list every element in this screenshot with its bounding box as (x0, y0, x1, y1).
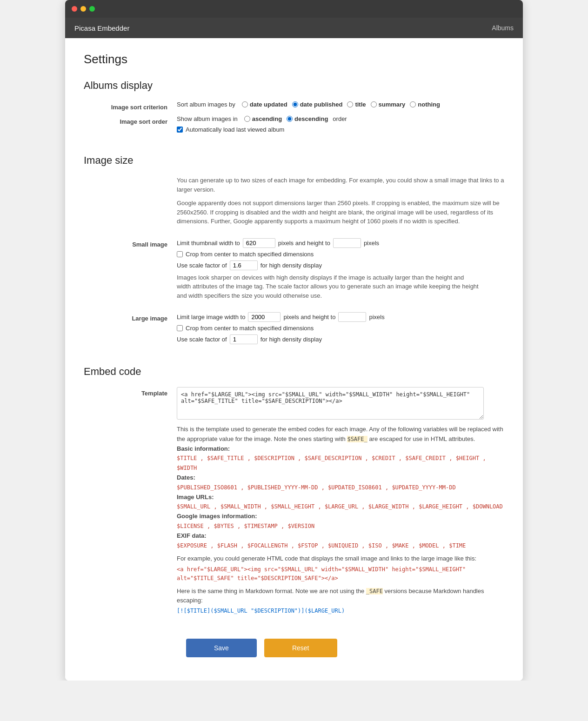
small-height-input[interactable] (333, 238, 361, 248)
sort-date-updated-option[interactable]: date updated (242, 101, 287, 108)
embed-code-form: Template <a href="$LARGE_URL"><img src="… (84, 387, 504, 625)
albums-display-form: Image sort criterion Sort album images b… (84, 101, 504, 140)
embed-code-title: Embed code (84, 366, 504, 378)
template-textarea[interactable]: <a href="$LARGE_URL"><img src="$SMALL_UR… (177, 387, 484, 420)
large-width-prefix: Limit large image width to (177, 314, 245, 320)
sort-ascending-radio[interactable] (244, 116, 250, 122)
sort-by-label: Sort album images by (177, 101, 235, 108)
save-button[interactable]: Save (186, 639, 257, 657)
albums-nav-link[interactable]: Albums (492, 24, 514, 32)
large-scale-input[interactable] (230, 334, 258, 344)
large-height-suffix: pixels (369, 314, 384, 320)
small-crop-checkbox[interactable] (177, 251, 183, 257)
sort-summary-option[interactable]: summary (371, 101, 406, 108)
sort-title-option[interactable]: title (347, 101, 366, 108)
example-html: <a href="$LARGE_URL"><img src="$SMALL_UR… (177, 565, 504, 583)
basic-info-vars: $TITLE , $SAFE_TITLE , $DESCRIPTION , $S… (177, 455, 486, 471)
sort-title-radio[interactable] (347, 101, 353, 107)
sort-nothing-label: nothing (418, 101, 440, 108)
sort-descending-label: descending (294, 115, 328, 122)
large-image-label: Large image (84, 312, 177, 352)
basic-info-section: Basic information: $TITLE , $SAFE_TITLE … (177, 444, 504, 473)
google-vars: $LICENSE , $BYTES , $TIMESTAMP , $VERSIO… (177, 523, 314, 529)
auto-load-row: Automatically load last viewed album (177, 126, 504, 133)
example-text: For example, you could generate HTML cod… (177, 554, 504, 563)
large-width-input[interactable] (248, 312, 281, 322)
exif-section: EXIF data: $EXPOSURE , $FLASH , $FOCALLE… (177, 531, 504, 551)
sort-order-group: Show album images in ascending descendin… (177, 115, 504, 122)
markdown-code: [![$TITLE]($SMALL_URL "$DESCRIPTION")]($… (177, 607, 504, 615)
markdown-highlight: _SAFE (366, 588, 383, 594)
close-button[interactable] (72, 6, 77, 12)
markdown-text: Here is the same thing in Markdown forma… (177, 587, 504, 605)
small-width-input[interactable] (243, 238, 275, 248)
albums-display-section: Albums display Image sort criterion Sort… (84, 80, 504, 140)
sort-title-label: title (355, 101, 366, 108)
small-scale-row: Use scale factor of for high density dis… (177, 260, 322, 270)
embed-info: This is the template used to generate th… (177, 425, 504, 615)
small-scale-suffix: for high density display (261, 262, 322, 269)
dates-vars: $PUBLISHED_ISO8601 , $PUBLISHED_YYYY-MM-… (177, 484, 456, 491)
navbar: Picasa Embedder Albums (65, 18, 523, 38)
image-size-info2: Google apparently does not support dimen… (177, 199, 504, 226)
image-size-info1: You can generate up to two sizes of each… (177, 176, 504, 194)
large-crop-row: Crop from center to match specified dime… (177, 325, 504, 332)
large-image-controls: Limit large image width to pixels and he… (177, 312, 504, 352)
sort-order-suffix: order (333, 115, 347, 122)
sort-order-controls: Show album images in ascending descendin… (177, 115, 504, 140)
small-scale-info: Images look sharper on devices with high… (177, 273, 479, 300)
image-urls-section: Image URLs: $SMALL_URL , $SMALL_WIDTH , … (177, 493, 504, 512)
sort-date-updated-radio[interactable] (242, 101, 248, 107)
image-size-title: Image size (84, 154, 504, 167)
large-image-row: Large image Limit large image width to p… (84, 312, 504, 352)
info-row-1: You can generate up to two sizes of each… (84, 176, 504, 238)
large-height-input[interactable] (338, 312, 366, 322)
sort-order-prefix: Show album images in (177, 115, 238, 122)
sort-criterion-label: Image sort criterion (84, 101, 177, 115)
small-scale-input[interactable] (230, 260, 258, 270)
auto-load-checkbox[interactable] (177, 127, 183, 133)
reset-button[interactable]: Reset (264, 639, 337, 657)
template-controls: <a href="$LARGE_URL"><img src="$SMALL_UR… (177, 387, 504, 625)
sort-descending-option[interactable]: descending (287, 115, 328, 122)
sort-ascending-option[interactable]: ascending (244, 115, 282, 122)
image-urls-vars: $SMALL_URL , $SMALL_WIDTH , $SMALL_HEIGH… (177, 503, 503, 510)
small-height-suffix: pixels (364, 240, 379, 247)
sort-date-published-label: date published (300, 101, 343, 108)
small-image-size-inputs: Limit thumbnail width to pixels and heig… (177, 238, 379, 248)
template-label: Template (84, 387, 177, 625)
dates-section: Dates: $PUBLISHED_ISO8601 , $PUBLISHED_Y… (177, 473, 504, 493)
large-scale-prefix: Use scale factor of (177, 336, 227, 343)
button-row: Save Reset (84, 639, 504, 657)
app-brand: Picasa Embedder (74, 24, 129, 32)
sort-ascending-label: ascending (252, 115, 282, 122)
small-scale-prefix: Use scale factor of (177, 262, 227, 269)
small-image-controls: Limit thumbnail width to pixels and heig… (177, 238, 504, 313)
image-size-form: You can generate up to two sizes of each… (84, 176, 504, 352)
minimize-button[interactable] (80, 6, 86, 12)
small-crop-row: Crop from center to match specified dime… (177, 251, 504, 258)
albums-display-title: Albums display (84, 80, 504, 92)
maximize-button[interactable] (89, 6, 95, 12)
sort-criterion-controls: Sort album images by date updated date p… (177, 101, 504, 115)
large-crop-checkbox[interactable] (177, 325, 183, 331)
large-scale-row: Use scale factor of for high density dis… (177, 334, 322, 344)
sort-date-published-radio[interactable] (292, 101, 298, 107)
image-size-section: Image size You can generate up to two si… (84, 154, 504, 352)
sort-nothing-radio[interactable] (410, 101, 416, 107)
large-scale-suffix: for high density display (261, 336, 322, 343)
large-width-mid: pixels and height to (283, 314, 335, 320)
sort-criterion-group: Sort album images by date updated date p… (177, 101, 504, 108)
sort-order-row: Image sort order Show album images in as… (84, 115, 504, 140)
small-image-row: Small image Limit thumbnail width to pix… (84, 238, 504, 313)
sort-date-published-option[interactable]: date published (292, 101, 343, 108)
traffic-lights (72, 6, 95, 12)
sort-order-label: Image sort order (84, 115, 177, 140)
sort-nothing-option[interactable]: nothing (410, 101, 440, 108)
sort-summary-radio[interactable] (371, 101, 377, 107)
sort-descending-radio[interactable] (287, 116, 293, 122)
small-image-label: Small image (84, 238, 177, 313)
nav-links: Albums (492, 24, 514, 32)
large-image-size-inputs: Limit large image width to pixels and he… (177, 312, 385, 322)
embed-code-section: Embed code Template <a href="$LARGE_URL"… (84, 366, 504, 625)
